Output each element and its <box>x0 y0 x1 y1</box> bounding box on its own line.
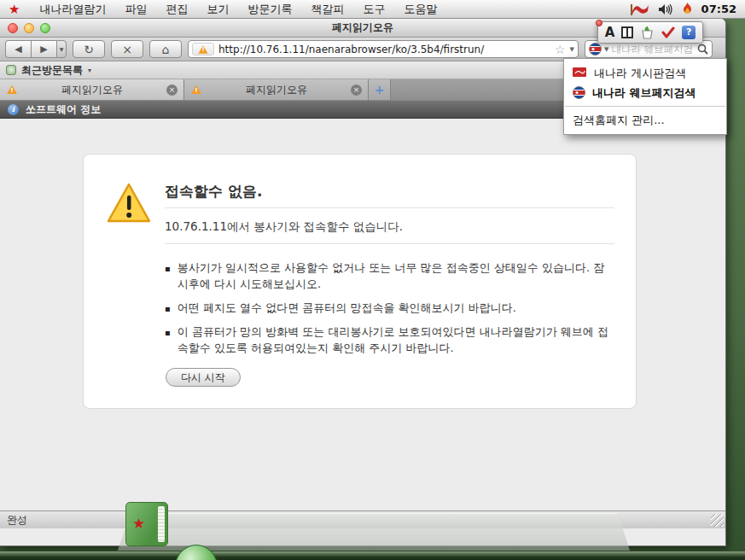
history-dropdown-button[interactable]: ▼ <box>56 40 67 58</box>
red-flag-icon <box>573 67 587 79</box>
bullet-icon: ▪ <box>165 300 171 317</box>
palette-close-button[interactable] <box>596 20 602 26</box>
search-engine-flag-icon[interactable] <box>589 43 602 55</box>
recent-visits-caret-icon: ▾ <box>88 67 91 74</box>
menu-bookmarks[interactable]: 책갈피 <box>301 0 353 19</box>
red-star-logo-icon[interactable]: ★ <box>9 2 20 17</box>
flag-tray-icon[interactable] <box>631 3 649 15</box>
software-info-label: 쏘프트웨어 정보 <box>26 102 101 117</box>
tab-label: 페지읽기오유 <box>23 83 161 97</box>
tab-label: 페지읽기오유 <box>207 83 346 97</box>
menu-separator <box>565 106 725 107</box>
font-icon[interactable]: A <box>605 25 615 40</box>
home-button[interactable]: ⌂ <box>149 40 182 58</box>
menu-item-label: 내나라 웨브페지검색 <box>592 85 696 101</box>
recent-visits-menu[interactable]: 최근방문목록 <box>21 63 83 78</box>
paint-cup-icon[interactable] <box>640 26 655 39</box>
page-content: 접속할수 없음. 10.76.1.11에서 봉사기와 접속할수 없습니다. ▪ … <box>0 119 725 510</box>
list-item: ▪ 어떤 페지도 열수 없다면 콤퓨터의 망접속을 확인해보시기 바랍니다. <box>165 300 614 317</box>
status-text: 완성 <box>7 513 27 528</box>
search-engine-menu: 내나라 게시판검색 내나라 웨브페지검색 검색홈페지 관리... <box>563 58 727 135</box>
connection-error-card: 접속할수 없음. 10.76.1.11에서 봉사기와 접속할수 없습니다. ▪ … <box>83 154 637 409</box>
screen-bottom-edge <box>0 551 745 560</box>
list-item: ▪ 이 콤퓨터가 망의 방화벽 또는 대리봉사기로 보호되여있다면 내나라열람기… <box>165 324 614 357</box>
stop-button[interactable]: × <box>111 40 143 58</box>
tab-error-page-2[interactable]: 페지읽기오유 × <box>184 79 369 100</box>
menu-item-board-search[interactable]: 내나라 게시판검색 <box>564 63 726 83</box>
clock: 07:52 <box>701 3 736 15</box>
error-suggestions-list: ▪ 봉사기가 일시적으로 사용할수 없거나 또는 너무 많은 접속중인 상태일수… <box>165 260 614 364</box>
book-star-icon: ★ <box>132 515 145 532</box>
error-subtitle: 10.76.1.11에서 봉사기와 접속할수 없습니다. <box>165 219 403 235</box>
menu-help[interactable]: 도움말 <box>394 0 446 19</box>
round-flag-icon <box>573 86 585 99</box>
resize-grip[interactable] <box>711 514 724 527</box>
tab-close-icon[interactable]: × <box>166 85 178 96</box>
divider <box>165 243 614 244</box>
bookmark-dropdown-icon[interactable]: ▼ <box>570 46 574 53</box>
suggestion-text: 봉사기가 일시적으로 사용할수 없거나 또는 너무 많은 접속중인 상태일수 있… <box>178 260 614 293</box>
suggestion-text: 어떤 페지도 열수 없다면 콤퓨터의 망접속을 확인해보시기 바랍니다. <box>178 300 516 317</box>
tab-error-page-1[interactable]: 페지읽기오유 × <box>0 79 184 100</box>
url-text[interactable]: http://10.76.1.11/naenarabrowser/ko/3.5b… <box>218 44 550 55</box>
search-input[interactable] <box>611 44 695 55</box>
bullet-icon: ▪ <box>165 324 171 357</box>
menu-item-web-search[interactable]: 내나라 웨브페지검색 <box>564 83 726 102</box>
volume-tray-icon[interactable] <box>658 3 673 15</box>
floating-palette[interactable]: A ? <box>597 21 703 44</box>
forward-button[interactable]: ▶ <box>31 40 56 58</box>
new-tab-button[interactable]: + <box>369 79 391 100</box>
suggestion-text: 이 콤퓨터가 망의 방화벽 또는 대리봉사기로 보호되여있다면 내나라열람기가 … <box>178 324 614 357</box>
info-icon: i <box>8 104 19 115</box>
columns-icon[interactable] <box>621 26 633 38</box>
menu-app[interactable]: 내나라열람기 <box>30 0 115 19</box>
retry-button[interactable]: 다시 시작 <box>166 368 241 387</box>
search-magnifier-icon[interactable] <box>697 44 708 55</box>
menu-edit[interactable]: 편집 <box>156 0 197 19</box>
checkmark-icon[interactable] <box>661 26 675 38</box>
desktop: ★ 내나라열람기 파일 편집 보기 방문기록 책갈피 도구 도움말 07:52 <box>0 0 745 560</box>
menu-tools[interactable]: 도구 <box>353 0 394 19</box>
menu-item-manage-search[interactable]: 검색홈페지 관리... <box>564 110 726 130</box>
divider <box>165 207 614 208</box>
update-flame-tray-icon[interactable] <box>682 3 693 15</box>
recent-visits-icon <box>6 65 16 75</box>
tab-warning-icon <box>191 85 201 94</box>
bullet-icon: ▪ <box>165 260 171 293</box>
bookmark-star-icon[interactable]: ☆ <box>555 44 566 55</box>
help-icon[interactable]: ? <box>682 26 696 39</box>
list-item: ▪ 봉사기가 일시적으로 사용할수 없거나 또는 너무 많은 접속중인 상태일수… <box>165 260 614 293</box>
menu-history[interactable]: 방문기록 <box>238 0 301 19</box>
back-button[interactable]: ◀ <box>5 40 31 58</box>
tab-warning-icon <box>7 85 17 94</box>
dock-documents-icon[interactable]: ★ <box>125 502 168 546</box>
reload-button[interactable]: ↻ <box>73 40 105 58</box>
menu-item-label: 내나라 게시판검색 <box>594 66 686 81</box>
page-favicon-warning-icon <box>192 43 214 55</box>
address-bar[interactable]: http://10.76.1.11/naenarabrowser/ko/3.5b… <box>188 40 579 58</box>
search-engine-dropdown-icon[interactable]: ▼ <box>604 46 608 53</box>
menu-item-label: 검색홈페지 관리... <box>573 113 665 128</box>
tab-close-icon[interactable]: × <box>351 85 362 96</box>
error-title: 접속할수 없음. <box>165 182 262 201</box>
warning-triangle-icon <box>106 182 152 225</box>
menu-view[interactable]: 보기 <box>197 0 238 19</box>
menu-file[interactable]: 파일 <box>115 0 156 19</box>
global-menubar: ★ 내나라열람기 파일 편집 보기 방문기록 책갈피 도구 도움말 07:52 <box>0 0 745 19</box>
